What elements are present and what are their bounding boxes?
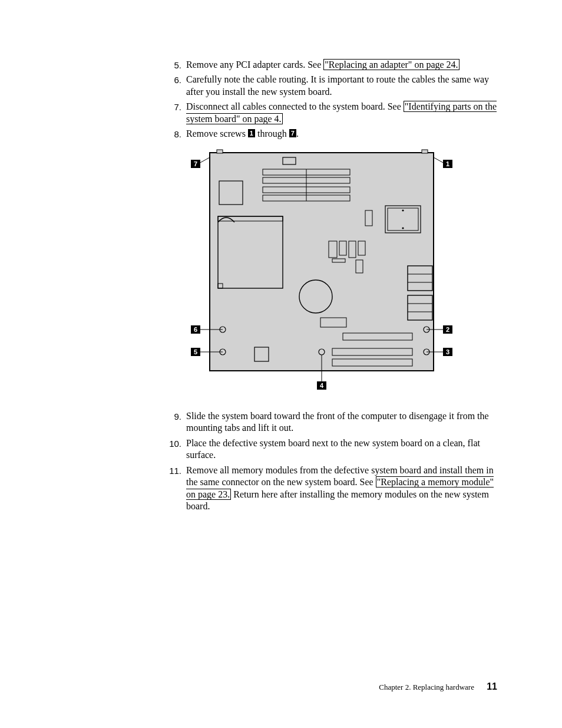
chapter-title: Chapter 2. Replacing hardware bbox=[379, 683, 474, 691]
list-body: Disconnect all cables connected to the s… bbox=[186, 101, 497, 125]
list-number: 5. bbox=[165, 59, 181, 71]
svg-line-42 bbox=[199, 157, 210, 163]
list-number: 7. bbox=[165, 101, 181, 125]
list-body: Slide the system board toward the front … bbox=[186, 410, 497, 434]
list-number: 8. bbox=[165, 128, 181, 140]
list-number: 11. bbox=[165, 465, 181, 513]
callout-badge: 7 bbox=[289, 129, 296, 137]
callout-1: 1 bbox=[443, 160, 452, 168]
svg-point-17 bbox=[402, 227, 404, 229]
list-item: 5. Remove any PCI adapter cards. See "Re… bbox=[165, 59, 497, 71]
svg-point-16 bbox=[402, 209, 404, 211]
list-body: Remove any PCI adapter cards. See "Repla… bbox=[186, 59, 497, 71]
svg-rect-3 bbox=[422, 150, 428, 153]
ordered-list-top: 5. Remove any PCI adapter cards. See "Re… bbox=[65, 59, 497, 513]
page-number: 11 bbox=[487, 681, 497, 691]
svg-rect-2 bbox=[217, 150, 223, 153]
list-number: 6. bbox=[165, 74, 181, 98]
list-number: 10. bbox=[165, 437, 181, 462]
list-item: 6. Carefully note the cable routing. It … bbox=[165, 74, 497, 98]
list-item: 9. Slide the system board toward the fro… bbox=[165, 410, 497, 434]
diagram-figure: 7 1 6 5 2 3 4 bbox=[186, 147, 497, 400]
list-item: 11. Remove all memory modules from the d… bbox=[165, 465, 497, 513]
page: 5. Remove any PCI adapter cards. See "Re… bbox=[0, 0, 562, 513]
list-item: 10. Place the defective system board nex… bbox=[165, 437, 497, 462]
callout-5: 5 bbox=[191, 348, 200, 356]
text: Remove screws bbox=[186, 129, 248, 139]
callout-3: 3 bbox=[443, 348, 452, 356]
callout-label: 1 bbox=[446, 160, 449, 167]
svg-rect-0 bbox=[210, 153, 434, 371]
page-footer: Chapter 2. Replacing hardware 11 bbox=[379, 681, 497, 693]
text: through bbox=[255, 129, 289, 139]
text: Return here after installing the memory … bbox=[186, 489, 489, 511]
list-item: 8. Remove screws 1 through 7. bbox=[165, 128, 497, 140]
callout-label: 4 bbox=[320, 382, 324, 389]
callout-label: 7 bbox=[194, 160, 197, 167]
callout-badge: 1 bbox=[248, 129, 255, 137]
text: Remove any PCI adapter cards. See bbox=[186, 60, 323, 70]
callout-2: 2 bbox=[443, 325, 452, 334]
svg-line-43 bbox=[434, 157, 444, 163]
list-body: Carefully note the cable routing. It is … bbox=[186, 74, 497, 98]
list-body: Place the defective system board next to… bbox=[186, 437, 497, 462]
list-item: 7. Disconnect all cables connected to th… bbox=[165, 101, 497, 125]
callout-label: 6 bbox=[194, 326, 197, 333]
callout-6: 6 bbox=[191, 325, 200, 334]
text: . bbox=[296, 129, 299, 139]
xref-link[interactable]: "Replacing an adapter" on page 24. bbox=[323, 59, 459, 70]
system-board-diagram: 7 1 6 5 2 3 4 bbox=[186, 147, 457, 400]
list-item: 7 1 6 5 2 3 4 bbox=[165, 143, 497, 407]
callout-label: 5 bbox=[194, 348, 197, 355]
callout-4: 4 bbox=[317, 381, 326, 390]
callout-label: 3 bbox=[446, 348, 449, 355]
list-number bbox=[165, 143, 181, 407]
callout-label: 2 bbox=[446, 326, 449, 333]
list-body: Remove screws 1 through 7. bbox=[186, 128, 497, 140]
list-body: Remove all memory modules from the defec… bbox=[186, 465, 497, 513]
text: Disconnect all cables connected to the s… bbox=[186, 101, 404, 111]
callout-7: 7 bbox=[191, 160, 200, 168]
list-number: 9. bbox=[165, 410, 181, 434]
